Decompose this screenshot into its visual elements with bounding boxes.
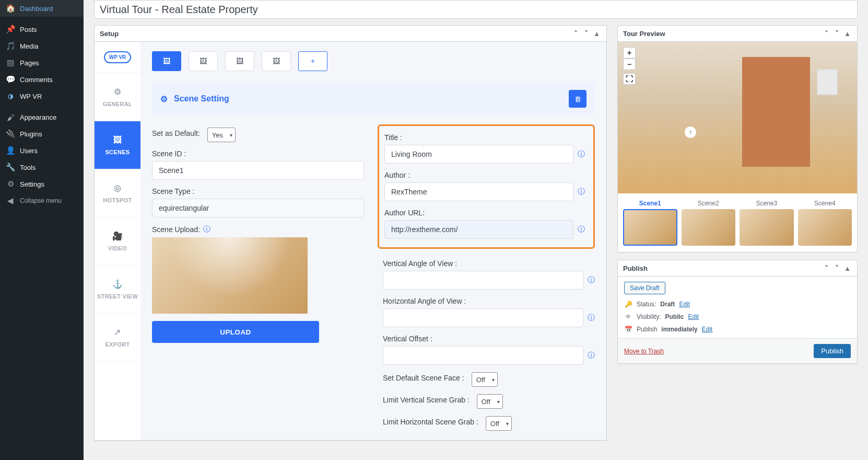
anchor-icon: ⚓ xyxy=(112,279,123,289)
menu-settings[interactable]: ⚙Settings xyxy=(0,176,84,192)
menu-pages[interactable]: ▤Pages xyxy=(0,54,84,71)
preview-viewport[interactable]: + − ⛶ ↑ xyxy=(618,42,857,193)
scene-card-thumb xyxy=(740,209,794,246)
default-face-select[interactable]: Off xyxy=(472,372,498,387)
edit-status-link[interactable]: Edit xyxy=(679,301,690,308)
v-offset-input[interactable] xyxy=(383,346,583,365)
menu-media[interactable]: 🎵Media xyxy=(0,38,84,54)
nav-video[interactable]: 🎥VIDEO xyxy=(95,217,140,266)
menu-appearance[interactable]: 🖌Appearance xyxy=(0,109,84,125)
nav-scenes[interactable]: 🖼SCENES xyxy=(95,121,140,169)
v-angle-input[interactable] xyxy=(383,271,583,290)
info-icon[interactable]: ⓘ xyxy=(588,275,595,285)
hotspot-marker[interactable]: ↑ xyxy=(685,126,696,138)
save-draft-button[interactable]: Save Draft xyxy=(624,282,665,294)
tour-preview-metabox: Tour Preview ˄ ˅ ▴ + − ⛶ xyxy=(617,25,858,252)
scene-card-label: Scene1 xyxy=(639,200,661,207)
author-url-input[interactable] xyxy=(384,220,573,239)
section-title: Scene Setting xyxy=(174,94,229,104)
menu-dashboard[interactable]: 🏠Dashboard xyxy=(0,0,84,17)
menu-plugins[interactable]: 🔌Plugins xyxy=(0,125,84,142)
scene-card-thumb xyxy=(798,209,852,246)
menu-users[interactable]: 👤Users xyxy=(0,142,84,159)
author-label: Author : xyxy=(384,171,585,179)
toggle-button[interactable]: ▴ xyxy=(842,29,852,38)
info-icon[interactable]: ⓘ xyxy=(578,225,585,234)
scene-card-2[interactable]: Scene2 xyxy=(682,200,736,246)
menu-posts[interactable]: 📌Posts xyxy=(0,21,84,38)
image-icon: 🖼 xyxy=(113,135,122,145)
menu-label: Plugins xyxy=(20,130,42,138)
scene-tab-2[interactable]: 🖼 xyxy=(189,51,218,71)
publish-title: Publish xyxy=(623,264,648,272)
v-angle-label: Vertical Angle of View : xyxy=(383,259,595,268)
menu-collapse[interactable]: ◀Collapse menu xyxy=(0,192,84,209)
nav-hotspot[interactable]: ◎HOTSPOT xyxy=(95,169,140,217)
scene-type-input xyxy=(152,199,364,217)
eye-icon: 👁 xyxy=(624,313,632,320)
delete-scene-button[interactable]: 🗑 xyxy=(569,90,587,108)
gauge-icon: 🏠 xyxy=(5,3,16,14)
image-icon: 🖼 xyxy=(200,57,207,65)
move-to-trash-link[interactable]: Move to Trash xyxy=(624,348,664,355)
edit-visibility-link[interactable]: Edit xyxy=(688,313,699,320)
toggle-button[interactable]: ▴ xyxy=(592,29,601,38)
toggle-button[interactable]: ▴ xyxy=(842,263,852,273)
author-input[interactable] xyxy=(384,182,573,201)
limit-h-select[interactable]: Off xyxy=(486,416,512,431)
scene-id-label: Scene ID : xyxy=(152,150,364,158)
move-down-button[interactable]: ˅ xyxy=(832,263,841,273)
schedule-row: 📅 Publish immediately Edit xyxy=(624,326,851,333)
move-down-button[interactable]: ˅ xyxy=(832,29,841,38)
preview-decor xyxy=(742,57,810,167)
nav-label: SCENES xyxy=(105,149,130,155)
scene-tab-1[interactable]: 🖼 xyxy=(152,51,181,71)
set-default-select[interactable]: Yes xyxy=(207,128,236,142)
info-icon[interactable]: ⓘ xyxy=(588,351,595,360)
menu-wpvr[interactable]: ◑WP VR xyxy=(0,88,84,105)
fullscreen-button[interactable]: ⛶ xyxy=(623,73,636,85)
zoom-in-button[interactable]: + xyxy=(623,47,636,59)
nav-export[interactable]: ↗EXPORT xyxy=(95,314,140,362)
menu-label: Collapse menu xyxy=(20,197,62,204)
nav-street-view[interactable]: ⚓STREET VIEW xyxy=(95,266,140,314)
info-icon[interactable]: ⓘ xyxy=(578,150,585,159)
scene-card-1[interactable]: Scene1 xyxy=(623,200,677,246)
tour-preview-title: Tour Preview xyxy=(623,30,665,38)
move-up-button[interactable]: ˄ xyxy=(822,29,831,38)
scene-card-thumb xyxy=(623,209,677,246)
schedule-value: immediately xyxy=(661,326,697,333)
move-up-button[interactable]: ˄ xyxy=(571,29,580,38)
info-icon[interactable]: ⓘ xyxy=(203,225,210,234)
visibility-value: Public xyxy=(665,313,684,320)
scene-tab-3[interactable]: 🖼 xyxy=(225,51,254,71)
menu-label: Settings xyxy=(20,180,44,188)
move-up-button[interactable]: ˄ xyxy=(822,263,831,273)
info-icon[interactable]: ⓘ xyxy=(588,313,595,323)
menu-label: Posts xyxy=(20,26,37,33)
move-down-button[interactable]: ˅ xyxy=(581,29,591,38)
upload-button[interactable]: UPLOAD xyxy=(152,321,319,343)
h-angle-input[interactable] xyxy=(383,308,583,327)
menu-label: Appearance xyxy=(20,113,56,121)
scene-right-column: Title : ⓘ Author : ⓘ Author xyxy=(383,128,595,431)
scene-card-3[interactable]: Scene3 xyxy=(740,200,794,246)
menu-tools[interactable]: 🔧Tools xyxy=(0,159,84,176)
nav-label: HOTSPOT xyxy=(103,197,132,203)
publish-button[interactable]: Publish xyxy=(814,344,851,358)
scene-id-input[interactable] xyxy=(152,161,364,180)
limit-v-select[interactable]: Off xyxy=(477,394,503,409)
page-title-input[interactable]: Virtual Tour - Real Estate Property xyxy=(94,0,858,19)
edit-schedule-link[interactable]: Edit xyxy=(702,326,713,333)
scene-tab-4[interactable]: 🖼 xyxy=(262,51,291,71)
wpvr-left-nav: WP VR ⚙GENERAL 🖼SCENES ◎HOTSPOT 🎥VIDEO ⚓… xyxy=(95,42,140,440)
main-content: Virtual Tour - Real Estate Property Setu… xyxy=(84,0,868,460)
nav-general[interactable]: ⚙GENERAL xyxy=(95,73,140,121)
calendar-icon: 📅 xyxy=(624,326,632,333)
title-input[interactable] xyxy=(384,145,573,164)
menu-comments[interactable]: 💬Comments xyxy=(0,71,84,88)
scene-card-4[interactable]: Scene4 xyxy=(798,200,852,246)
zoom-out-button[interactable]: − xyxy=(623,59,636,70)
info-icon[interactable]: ⓘ xyxy=(578,187,585,197)
scene-tab-add[interactable]: ＋ xyxy=(298,51,327,71)
